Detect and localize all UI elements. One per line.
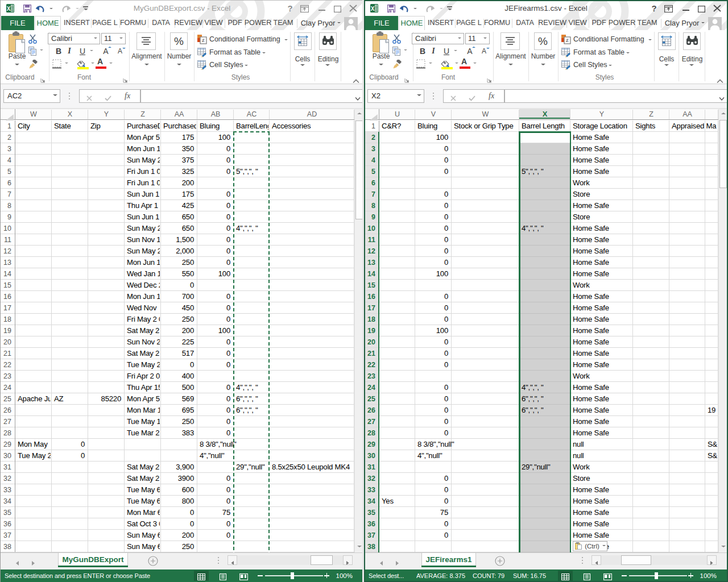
svg-text:X: X xyxy=(7,6,11,12)
svg-text:≠: ≠ xyxy=(202,38,205,43)
svg-text:X: X xyxy=(371,6,375,12)
svg-text:≠: ≠ xyxy=(566,38,569,43)
